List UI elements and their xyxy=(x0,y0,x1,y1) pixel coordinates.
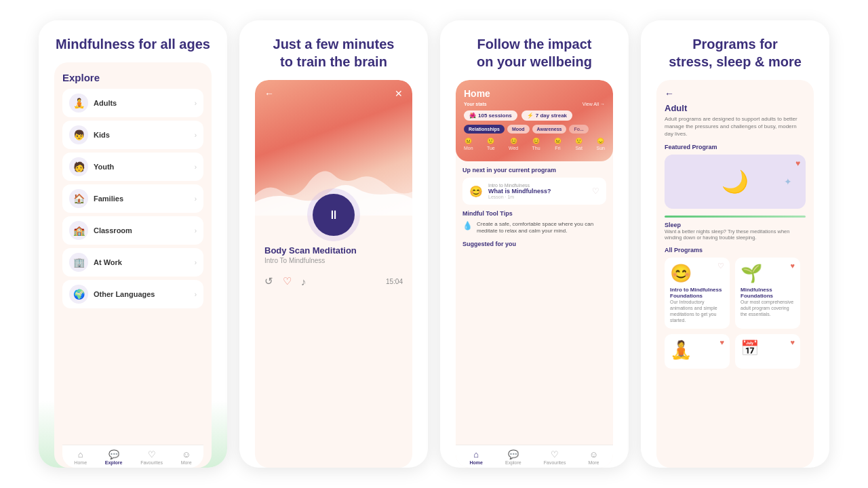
featured-card[interactable]: 🌙 ✦ ♥ xyxy=(665,155,806,209)
program-card[interactable]: 😊 Intro to Mindfulness What is Mindfulne… xyxy=(462,178,606,205)
chevron-icon: › xyxy=(195,291,197,298)
up-next-title: Up next in your current program xyxy=(462,167,606,174)
days-row: 😐Mon 🙂Tue 😊Wed 😊Thu 😐Fri 🙂Sat 😞Sun xyxy=(464,138,605,150)
tip-text: Create a safe, comfortable space where y… xyxy=(477,221,606,235)
card1-header: Mindfulness for all ages xyxy=(39,20,227,62)
close-button[interactable]: ✕ xyxy=(395,88,403,99)
explore-title: Explore xyxy=(62,72,203,83)
main-container: Mindfulness for all ages Explore 🧘 Adult… xyxy=(0,0,868,488)
list-item[interactable]: 🧑 Youth › xyxy=(62,152,203,181)
adults-label: Adults xyxy=(94,99,117,107)
foundations-name: Mindfulness Foundations xyxy=(741,287,795,299)
program-card-foundations[interactable]: 🌱 ♥ Mindfulness Foundations Our most com… xyxy=(735,258,800,329)
explore-list: 🧘 Adults › 👦 Kids › 🧑 xyxy=(62,89,203,436)
pause-button[interactable]: ⏸ xyxy=(313,194,355,236)
nav-explore-3[interactable]: 💬 Explore xyxy=(505,449,521,465)
intro-name: Intro to Mindfulness Foundations xyxy=(670,287,724,299)
category-tabs: Relationships Mood Awareness Fo... xyxy=(464,125,605,134)
list-item[interactable]: 🏢 At Work › xyxy=(62,248,203,277)
tab-relationships[interactable]: Relationships xyxy=(464,125,505,134)
list-item[interactable]: 🏠 Families › xyxy=(62,184,203,213)
favourite-button[interactable]: ♡ xyxy=(592,186,599,196)
card1-title: Mindfulness for all ages xyxy=(51,35,215,53)
sleep-desc: Want a better nights sleep? Try these me… xyxy=(665,228,806,242)
nav-more-3[interactable]: ☺ More xyxy=(588,449,599,465)
tip-icon: 💧 xyxy=(462,221,473,230)
program-info: Intro to Mindfulness What is Mindfulness… xyxy=(488,183,587,199)
favs-nav-label-3: Favourites xyxy=(544,460,566,465)
kids-label: Kids xyxy=(94,131,110,139)
youth-label: Youth xyxy=(94,163,114,171)
program-card-extra2[interactable]: 📅 ♥ xyxy=(735,334,800,369)
tab-mood[interactable]: Mood xyxy=(507,125,530,134)
stats-row: Your stats View All → xyxy=(464,102,605,106)
list-item[interactable]: 🏫 Classroom › xyxy=(62,216,203,245)
back-button-4[interactable]: ← xyxy=(665,88,806,99)
tip-row: 💧 Create a safe, comfortable space where… xyxy=(462,221,606,235)
media-controls: ↺ ♡ ♪ 15:04 xyxy=(264,275,403,287)
day-sat: 🙂Sat xyxy=(575,138,583,150)
program-card-intro[interactable]: 😊 ♡ Intro to Mindfulness Foundations Our… xyxy=(665,258,730,329)
nav-favourites[interactable]: ♡ Favourites xyxy=(140,449,163,465)
pause-icon: ⏸ xyxy=(328,208,340,222)
intro-emoji: 😊 xyxy=(670,263,724,284)
nav-home[interactable]: ⌂ Home xyxy=(74,449,87,465)
bottom-nav-3: ⌂ Home 💬 Explore ♡ Favourites ☺ More xyxy=(456,445,613,468)
home-header: Home Your stats View All → 🌺 105 session… xyxy=(456,80,613,161)
sleep-title: Sleep xyxy=(665,222,806,228)
all-programs-label: All Programs xyxy=(665,247,806,253)
families-icon: 🏠 xyxy=(69,189,88,208)
music-button[interactable]: ♪ xyxy=(301,276,307,287)
back-button[interactable]: ← xyxy=(264,88,274,99)
view-all-link[interactable]: View All → xyxy=(583,102,605,106)
featured-label: Featured Program xyxy=(665,144,806,150)
media-time: 15:04 xyxy=(386,278,403,285)
languages-icon: 🌍 xyxy=(69,285,88,304)
nav-explore[interactable]: 💬 Explore xyxy=(105,449,123,465)
screen3-content: Home Your stats View All → 🌺 105 session… xyxy=(456,80,613,468)
languages-label: Other Languages xyxy=(94,290,155,298)
nav-more[interactable]: ☺ More xyxy=(181,449,192,465)
foundations-heart[interactable]: ♥ xyxy=(790,262,795,270)
tab-more[interactable]: Fo... xyxy=(569,125,588,134)
home-title: Home xyxy=(464,88,605,99)
more-nav-icon-3: ☺ xyxy=(589,449,598,460)
list-item[interactable]: 🌍 Other Languages › xyxy=(62,280,203,308)
home-icon: ⌂ xyxy=(78,449,83,460)
extra1-emoji: 🧘 xyxy=(670,340,724,361)
favs-nav-icon-3: ♡ xyxy=(551,449,559,460)
more-programs-row: 🧘 ♥ 📅 ♥ xyxy=(665,334,806,369)
list-item[interactable]: 🧘 Adults › xyxy=(62,89,203,117)
nav-favourites-label: Favourites xyxy=(140,460,163,465)
replay-button[interactable]: ↺ xyxy=(264,275,273,287)
extra1-heart[interactable]: ♥ xyxy=(719,338,724,346)
meditation-title: Body Scan Meditation xyxy=(264,245,403,256)
tab-awareness[interactable]: Awareness xyxy=(532,125,567,134)
day-wed: 😊Wed xyxy=(509,138,518,150)
stats-label: Your stats xyxy=(464,102,487,106)
like-button[interactable]: ♡ xyxy=(283,275,292,287)
explore-nav-icon-3: 💬 xyxy=(508,449,519,460)
section-title-4: Adult xyxy=(665,103,806,113)
extra2-heart[interactable]: ♥ xyxy=(790,338,795,346)
section-desc-4: Adult programs are designed to support a… xyxy=(665,115,806,138)
work-label: At Work xyxy=(94,258,122,266)
program-meta: Lesson · 1m xyxy=(488,195,587,199)
adults-icon: 🧘 xyxy=(69,94,88,113)
day-sun: 😞Sun xyxy=(596,138,604,150)
card-mindfulness-ages: Mindfulness for all ages Explore 🧘 Adult… xyxy=(39,20,227,468)
kids-icon: 👦 xyxy=(69,125,88,144)
bottom-nav: ⌂ Home 💬 Explore ♡ Favourites ☺ More xyxy=(62,445,203,468)
list-item[interactable]: 👦 Kids › xyxy=(62,121,203,149)
intro-heart[interactable]: ♡ xyxy=(717,262,724,270)
program-card-extra1[interactable]: 🧘 ♥ xyxy=(665,334,730,369)
card2-header: Just a few minutesto train the brain xyxy=(239,20,428,80)
featured-heart[interactable]: ♥ xyxy=(795,159,800,168)
screen4: ← Adult Adult programs are designed to s… xyxy=(656,80,814,468)
nav-home-3[interactable]: ⌂ Home xyxy=(470,449,483,465)
home-nav-icon: ⌂ xyxy=(473,449,479,460)
work-icon: 🏢 xyxy=(69,253,88,272)
meditation-subtitle: Intro To Mindfulness xyxy=(264,257,403,264)
nav-favs-3[interactable]: ♡ Favourites xyxy=(544,449,566,465)
calendar-icon: 📅 xyxy=(741,340,795,357)
